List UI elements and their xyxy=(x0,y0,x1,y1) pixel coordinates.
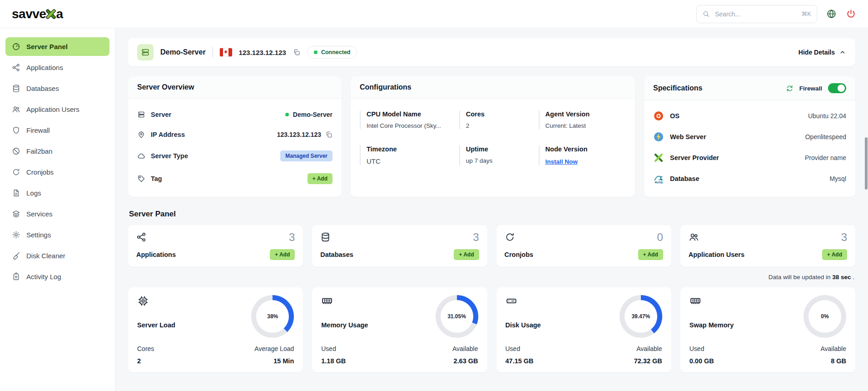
donut-percent-label: 38% xyxy=(267,313,278,320)
refresh-icon[interactable] xyxy=(786,85,794,92)
install-now-link[interactable]: Install Now xyxy=(546,158,578,165)
sidebar-item-activity-log[interactable]: Activity Log xyxy=(5,267,109,286)
cpu-icon xyxy=(137,295,175,307)
spec-row-provider: Server Provider Provider name xyxy=(653,147,846,168)
refresh-icon xyxy=(505,232,515,242)
config-value: UTC xyxy=(367,157,459,165)
scrollbar-thumb[interactable] xyxy=(865,137,868,190)
hide-details-button[interactable]: Hide Details xyxy=(799,49,846,56)
config-value: Intel Core Processor (Sky... xyxy=(367,122,459,129)
hard-drive-icon xyxy=(506,295,541,307)
panel-card-label: Applications xyxy=(136,251,176,258)
panel-card-label: Databases xyxy=(320,251,353,258)
sidebar-item-application-users[interactable]: Application Users xyxy=(5,100,109,119)
overview-row-server: Server Demo-Server xyxy=(137,105,332,125)
logo-text-pre: savve xyxy=(12,7,46,21)
card-title: Specifications xyxy=(653,84,702,92)
stat-title: Memory Usage xyxy=(321,321,368,329)
panel-card-applications[interactable]: 3 Applications + Add xyxy=(128,225,303,267)
app-logo[interactable]: savve a xyxy=(12,7,63,21)
stat-label: Cores xyxy=(137,345,154,352)
donut-percent-label: 39.47% xyxy=(631,313,650,320)
server-load-donut: 38% xyxy=(251,295,294,338)
status-badge: Connected xyxy=(307,46,357,59)
memory-icon xyxy=(689,295,734,307)
sidebar-item-label: Logs xyxy=(26,189,41,197)
stat-value: 1.18 GB xyxy=(321,357,346,365)
memory-usage-card: Memory Usage 31.05% Used1.18 GB Availabl… xyxy=(312,287,487,372)
server-overview-card: Server Overview Server Demo-Server IP Ad… xyxy=(128,76,342,197)
sidebar-item-disk-cleaner[interactable]: Disk Cleaner xyxy=(5,246,109,265)
sidebar-item-settings[interactable]: Settings xyxy=(5,226,109,244)
sidebar-item-applications[interactable]: Applications xyxy=(5,58,109,77)
application-users-count: 3 xyxy=(841,232,847,243)
stat-label: Available xyxy=(820,345,846,352)
panel-card-databases[interactable]: 3 Databases + Add xyxy=(312,225,487,267)
add-cronjob-button[interactable]: + Add xyxy=(638,249,663,260)
logo-text-post: a xyxy=(56,7,63,21)
sidebar-item-label: Firewall xyxy=(26,126,50,134)
shield-icon xyxy=(12,126,20,135)
cronjobs-count: 0 xyxy=(657,232,663,243)
search-input[interactable] xyxy=(714,10,797,18)
row-label: Server xyxy=(151,111,171,118)
map-pin-icon xyxy=(137,130,145,139)
panel-card-label: Cronjobs xyxy=(505,251,534,258)
spec-label: Web Server xyxy=(670,133,706,140)
globe-icon[interactable] xyxy=(826,9,837,19)
sidebar-item-services[interactable]: Services xyxy=(5,205,109,223)
panel-card-cronjobs[interactable]: 0 Cronjobs + Add xyxy=(496,225,671,267)
stat-label: Used xyxy=(321,345,346,352)
stat-value: 72.32 GB xyxy=(634,357,662,365)
row-value: 123.123.12.123 xyxy=(277,131,321,138)
logout-icon[interactable] xyxy=(846,9,856,19)
sidebar-item-fail2ban[interactable]: Fail2ban xyxy=(5,142,109,160)
tag-icon xyxy=(137,175,145,183)
sidebar-item-cronjobs[interactable]: Cronjobs xyxy=(5,163,109,181)
sidebar-item-server-panel[interactable]: Server Panel xyxy=(5,37,109,56)
sidebar-item-databases[interactable]: Databases xyxy=(5,79,109,98)
spec-label: OS xyxy=(670,112,680,120)
firewall-toggle[interactable] xyxy=(828,83,846,93)
config-uptime: Uptime up 7 days xyxy=(459,145,539,165)
config-label: Timezone xyxy=(367,145,459,153)
config-agent-version: Agent Version Current: Latest xyxy=(539,110,626,129)
firewall-label: Firewall xyxy=(799,85,822,92)
stat-value: 47.15 GB xyxy=(506,357,534,365)
add-database-button[interactable]: + Add xyxy=(454,249,479,260)
add-application-button[interactable]: + Add xyxy=(270,249,295,260)
canada-flag-icon xyxy=(220,48,232,56)
hide-details-label: Hide Details xyxy=(799,49,835,56)
update-prefix: Data will be updated in xyxy=(769,274,831,281)
config-label: Uptime xyxy=(466,145,539,153)
search-shortcut: ⌘K xyxy=(801,10,811,17)
sidebar-item-logs[interactable]: Logs xyxy=(5,184,109,202)
panel-card-application-users[interactable]: 3 Application Users + Add xyxy=(680,225,855,267)
database-icon xyxy=(320,232,331,242)
swap-memory-card: Swap Memory 0% Used0.00 GB Available8 GB xyxy=(680,287,855,372)
panel-card-label: Application Users xyxy=(689,251,744,258)
copy-ip-icon[interactable] xyxy=(293,49,300,56)
config-timezone: Timezone UTC xyxy=(360,145,459,165)
main-content: Demo-Server 123.123.12.123 Connected Hid… xyxy=(115,28,868,391)
overview-row-ip: IP Address 123.123.12.123 xyxy=(137,125,332,145)
add-tag-button[interactable]: + Add xyxy=(308,173,332,184)
stat-title: Disk Usage xyxy=(506,321,541,329)
applications-count: 3 xyxy=(289,232,295,243)
server-icon xyxy=(137,44,154,60)
copy-ip-icon[interactable] xyxy=(325,131,332,138)
file-icon xyxy=(12,189,20,197)
search-icon xyxy=(702,10,710,18)
sidebar-item-firewall[interactable]: Firewall xyxy=(5,121,109,140)
disk-usage-card: Disk Usage 39.47% Used47.15 GB Available… xyxy=(496,287,671,372)
chevron-up-icon xyxy=(839,49,846,56)
search-box[interactable]: ⌘K xyxy=(696,5,817,23)
stat-value: 0.00 GB xyxy=(689,357,714,365)
add-application-user-button[interactable]: + Add xyxy=(822,249,847,260)
config-label: CPU Model Name xyxy=(367,110,459,118)
scrollbar[interactable] xyxy=(864,28,868,391)
config-cpu-model: CPU Model Name Intel Core Processor (Sky… xyxy=(360,110,459,129)
overview-row-tag: Tag + Add xyxy=(137,167,332,190)
spec-value: Openlitespeed xyxy=(805,133,846,140)
server-icon xyxy=(137,110,145,119)
